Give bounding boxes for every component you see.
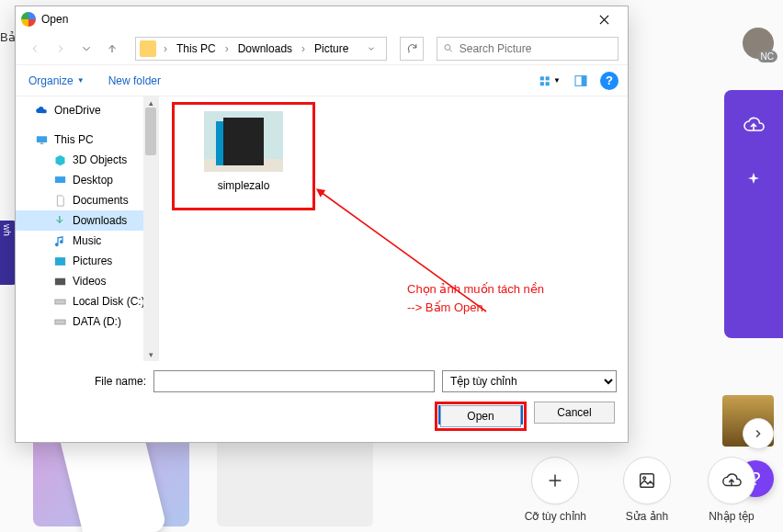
svg-rect-3 xyxy=(540,76,544,80)
open-file-dialog: Open › This PC › Downloads › Picture Org… xyxy=(15,6,629,443)
open-button[interactable]: Open xyxy=(440,405,521,427)
tree-localdisk[interactable]: Local Disk (C:) xyxy=(16,291,158,311)
tree-documents[interactable]: Documents xyxy=(16,190,158,210)
tree-thispc[interactable]: This PC xyxy=(16,130,158,150)
svg-point-1 xyxy=(643,477,646,480)
view-mode-button[interactable]: ▼ xyxy=(538,71,562,91)
tree-videos[interactable]: Videos xyxy=(16,271,158,291)
svg-rect-10 xyxy=(40,142,43,143)
help-icon[interactable]: ? xyxy=(600,72,618,90)
cancel-button[interactable]: Cancel xyxy=(534,402,615,424)
sparkle-icon[interactable] xyxy=(737,165,770,198)
tree-data[interactable]: DATA (D:) xyxy=(16,311,158,332)
filename-input[interactable] xyxy=(153,370,435,392)
chrome-icon xyxy=(21,12,36,27)
breadcrumb-item[interactable]: This PC xyxy=(173,40,220,57)
svg-point-2 xyxy=(445,45,450,51)
svg-rect-0 xyxy=(641,474,654,488)
svg-rect-8 xyxy=(582,75,586,85)
refresh-button[interactable] xyxy=(400,37,424,61)
tree-downloads[interactable]: Downloads xyxy=(16,210,158,231)
search-field[interactable] xyxy=(460,42,612,55)
svg-rect-11 xyxy=(54,176,64,183)
action-label: Cỡ tùy chỉnh xyxy=(525,510,586,523)
tree-music[interactable]: Music xyxy=(16,231,158,251)
breadcrumb[interactable]: › This PC › Downloads › Picture xyxy=(135,37,387,61)
svg-rect-6 xyxy=(546,82,550,85)
svg-rect-12 xyxy=(54,257,64,266)
import-file-action[interactable]: Nhập tệp xyxy=(708,457,755,523)
tree-3dobjects[interactable]: 3D Objects xyxy=(16,150,158,170)
tree-pictures[interactable]: Pictures xyxy=(16,251,158,271)
svg-rect-9 xyxy=(36,136,46,142)
svg-rect-5 xyxy=(540,82,544,85)
avatar-badge: NC xyxy=(757,51,777,62)
tree-desktop[interactable]: Desktop xyxy=(16,170,158,190)
folder-tree[interactable]: OneDrive This PC 3D Objects Desktop Docu… xyxy=(16,96,159,361)
bg-partial-text: Bả xyxy=(0,30,16,44)
svg-rect-4 xyxy=(546,76,550,80)
new-folder-button[interactable]: New folder xyxy=(108,74,161,87)
back-button[interactable] xyxy=(25,39,45,59)
annotation-text: Chọn ảnh muốn tách nền --> Bấm Open xyxy=(407,280,544,316)
file-item[interactable]: simplezalo xyxy=(181,111,306,192)
action-label: Sửa ảnh xyxy=(626,510,668,523)
scroll-down-icon[interactable]: ▾ xyxy=(143,348,158,361)
file-thumbnail xyxy=(204,111,283,172)
breadcrumb-item[interactable]: Downloads xyxy=(234,40,296,57)
file-list[interactable]: simplezalo Chọn ảnh muốn tách nền --> Bấ… xyxy=(159,96,628,361)
forward-button[interactable] xyxy=(51,39,71,59)
svg-rect-15 xyxy=(54,320,64,324)
avatar[interactable]: NC xyxy=(743,28,774,59)
recent-dropdown[interactable] xyxy=(76,39,96,59)
up-button[interactable] xyxy=(102,39,122,59)
search-icon xyxy=(443,42,454,54)
edit-image-action[interactable]: Sửa ảnh xyxy=(623,457,671,523)
svg-rect-13 xyxy=(54,277,64,285)
dialog-title: Open xyxy=(41,13,585,26)
folder-icon xyxy=(140,40,156,57)
file-name: simplezalo xyxy=(181,179,306,192)
filename-label: File name: xyxy=(27,375,146,388)
custom-size-action[interactable]: Cỡ tùy chỉnh xyxy=(525,457,586,523)
svg-rect-14 xyxy=(54,300,64,304)
right-sidebar xyxy=(724,90,783,338)
tree-onedrive[interactable]: OneDrive xyxy=(16,100,158,120)
tree-scrollbar[interactable]: ▴ ▾ xyxy=(143,96,158,361)
file-filter-select[interactable]: Tệp tùy chỉnh xyxy=(442,370,617,392)
search-input[interactable] xyxy=(437,37,618,61)
annotation-box-open: Open xyxy=(435,402,527,431)
close-button[interactable] xyxy=(585,7,622,31)
chevron-down-icon[interactable] xyxy=(360,44,382,53)
organize-menu[interactable]: Organize▼ xyxy=(25,73,88,89)
action-label: Nhập tệp xyxy=(709,510,754,523)
scroll-thumb[interactable] xyxy=(145,108,156,155)
preview-pane-button[interactable] xyxy=(569,71,593,91)
breadcrumb-item[interactable]: Picture xyxy=(311,40,352,57)
cloud-upload-icon[interactable] xyxy=(737,108,770,141)
